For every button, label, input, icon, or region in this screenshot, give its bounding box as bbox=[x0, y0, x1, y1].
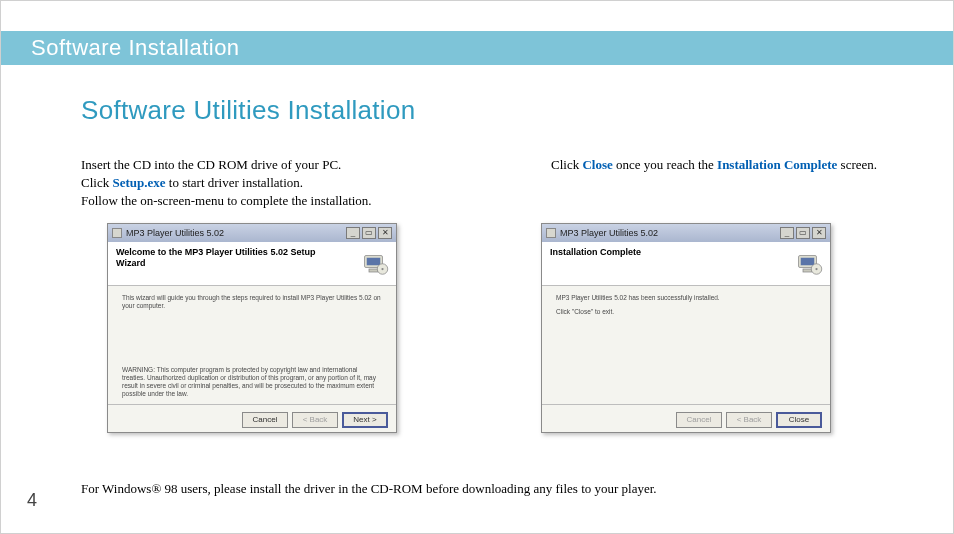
close-window-button[interactable]: ✕ bbox=[378, 227, 392, 239]
page-number: 4 bbox=[27, 490, 37, 511]
footnote: For Windows® 98 users, please install th… bbox=[81, 481, 657, 497]
svg-rect-2 bbox=[369, 269, 378, 272]
installer-icon bbox=[794, 248, 824, 278]
page-title: Software Utilities Installation bbox=[81, 95, 415, 126]
wizard-header-title: Installation Complete bbox=[550, 247, 770, 258]
installation-complete-label: Installation Complete bbox=[717, 157, 837, 172]
instructions-left: Insert the CD into the CD ROM drive of y… bbox=[81, 156, 441, 211]
svg-rect-1 bbox=[367, 258, 381, 266]
wizard-body-text: MP3 Player Utilities 5.02 has been succe… bbox=[556, 294, 816, 302]
cancel-button[interactable]: Cancel bbox=[242, 412, 288, 428]
window-title: MP3 Player Utilities 5.02 bbox=[560, 228, 658, 238]
installer-window-complete: MP3 Player Utilities 5.02 _ ▭ ✕ Installa… bbox=[541, 223, 831, 433]
wizard-footer: Cancel < Back Next > bbox=[108, 404, 396, 434]
svg-rect-7 bbox=[803, 269, 812, 272]
back-button[interactable]: < Back bbox=[292, 412, 338, 428]
wizard-body: This wizard will guide you through the s… bbox=[108, 286, 396, 404]
back-button[interactable]: < Back bbox=[726, 412, 772, 428]
section-banner-title: Software Installation bbox=[31, 35, 240, 61]
text: screen. bbox=[837, 157, 877, 172]
app-icon bbox=[112, 228, 122, 238]
svg-point-4 bbox=[381, 268, 383, 270]
wizard-header: Welcome to the MP3 Player Utilities 5.02… bbox=[108, 242, 396, 286]
instruction-line: Follow the on-screen-menu to complete th… bbox=[81, 192, 441, 210]
wizard-body: MP3 Player Utilities 5.02 has been succe… bbox=[542, 286, 830, 404]
cancel-button[interactable]: Cancel bbox=[676, 412, 722, 428]
minimize-button[interactable]: _ bbox=[346, 227, 360, 239]
section-banner: Software Installation bbox=[1, 31, 953, 65]
setup-exe-label: Setup.exe bbox=[112, 175, 165, 190]
maximize-button[interactable]: ▭ bbox=[362, 227, 376, 239]
text: to start driver installation. bbox=[166, 175, 304, 190]
close-label: Close bbox=[582, 157, 612, 172]
text: Click bbox=[551, 157, 582, 172]
app-icon bbox=[546, 228, 556, 238]
wizard-body-text: This wizard will guide you through the s… bbox=[122, 294, 382, 310]
minimize-button[interactable]: _ bbox=[780, 227, 794, 239]
wizard-footer: Cancel < Back Close bbox=[542, 404, 830, 434]
window-title: MP3 Player Utilities 5.02 bbox=[126, 228, 224, 238]
instructions-right: Click Close once you reach the Installat… bbox=[551, 156, 911, 174]
instruction-line: Insert the CD into the CD ROM drive of y… bbox=[81, 156, 441, 174]
text: Click bbox=[81, 175, 112, 190]
instruction-line: Click Setup.exe to start driver installa… bbox=[81, 174, 441, 192]
wizard-body-text: Click "Close" to exit. bbox=[556, 308, 816, 316]
instruction-line: Click Close once you reach the Installat… bbox=[551, 156, 911, 174]
close-button[interactable]: Close bbox=[776, 412, 822, 428]
installer-icon bbox=[360, 248, 390, 278]
svg-rect-6 bbox=[801, 258, 815, 266]
titlebar[interactable]: MP3 Player Utilities 5.02 _ ▭ ✕ bbox=[542, 224, 830, 242]
titlebar[interactable]: MP3 Player Utilities 5.02 _ ▭ ✕ bbox=[108, 224, 396, 242]
svg-point-9 bbox=[815, 268, 817, 270]
text: once you reach the bbox=[613, 157, 717, 172]
installer-window-welcome: MP3 Player Utilities 5.02 _ ▭ ✕ Welcome … bbox=[107, 223, 397, 433]
close-window-button[interactable]: ✕ bbox=[812, 227, 826, 239]
wizard-header-title: Welcome to the MP3 Player Utilities 5.02… bbox=[116, 247, 336, 269]
wizard-header: Installation Complete bbox=[542, 242, 830, 286]
next-button[interactable]: Next > bbox=[342, 412, 388, 428]
wizard-warning-text: WARNING: This computer program is protec… bbox=[122, 366, 382, 399]
maximize-button[interactable]: ▭ bbox=[796, 227, 810, 239]
